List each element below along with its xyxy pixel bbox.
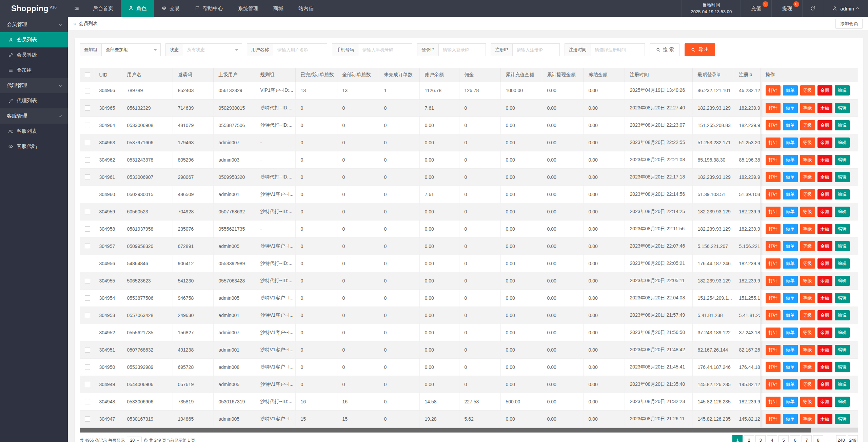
- action-order-button[interactable]: 做单: [783, 258, 798, 269]
- action-inject-button[interactable]: 打针: [766, 310, 781, 320]
- nav-item-trade[interactable]: 交易: [154, 0, 187, 17]
- action-balance-button[interactable]: 余额: [817, 172, 832, 182]
- action-level-button[interactable]: 等级: [800, 189, 815, 199]
- export-button[interactable]: 导 出: [685, 43, 715, 56]
- action-balance-button[interactable]: 余额: [817, 379, 832, 390]
- action-order-button[interactable]: 做单: [783, 345, 798, 355]
- action-order-button[interactable]: 做单: [783, 414, 798, 424]
- action-balance-button[interactable]: 余额: [817, 397, 832, 407]
- page-button-5[interactable]: 5: [778, 435, 789, 442]
- action-balance-button[interactable]: 余额: [817, 103, 832, 113]
- action-inject-button[interactable]: 打针: [766, 207, 781, 217]
- action-balance-button[interactable]: 余额: [817, 258, 832, 269]
- action-inject-button[interactable]: 打针: [766, 120, 781, 130]
- action-level-button[interactable]: 等级: [800, 414, 815, 424]
- page-button-6[interactable]: 6: [790, 435, 800, 442]
- select-all-checkbox[interactable]: [85, 72, 90, 78]
- action-level-button[interactable]: 等级: [800, 103, 815, 113]
- action-order-button[interactable]: 做单: [783, 155, 798, 165]
- action-edit-button[interactable]: 编辑: [835, 397, 850, 407]
- row-checkbox[interactable]: [85, 244, 90, 249]
- row-checkbox[interactable]: [85, 347, 90, 353]
- action-order-button[interactable]: 做单: [783, 397, 798, 407]
- action-edit-button[interactable]: 编辑: [835, 328, 850, 338]
- action-inject-button[interactable]: 打针: [766, 379, 781, 390]
- action-inject-button[interactable]: 打针: [766, 155, 781, 165]
- action-order-button[interactable]: 做单: [783, 241, 798, 251]
- phone-input[interactable]: [358, 43, 412, 56]
- nav-item-role[interactable]: 角色: [121, 0, 154, 17]
- action-inject-button[interactable]: 打针: [766, 397, 781, 407]
- action-level-button[interactable]: 等级: [800, 207, 815, 217]
- sidebar-item-member-list[interactable]: 会员列表: [0, 32, 68, 47]
- row-checkbox[interactable]: [85, 399, 90, 404]
- reg-ip-input[interactable]: [512, 43, 560, 56]
- action-edit-button[interactable]: 编辑: [835, 120, 850, 130]
- action-edit-button[interactable]: 编辑: [835, 207, 850, 217]
- action-inject-button[interactable]: 打针: [766, 258, 781, 269]
- action-balance-button[interactable]: 余额: [817, 138, 832, 148]
- row-checkbox[interactable]: [85, 174, 90, 180]
- page-button-249[interactable]: 249: [848, 435, 858, 442]
- nav-item-mall[interactable]: 商城: [266, 0, 291, 17]
- action-balance-button[interactable]: 余额: [817, 345, 832, 355]
- row-checkbox[interactable]: [85, 105, 90, 111]
- action-order-button[interactable]: 做单: [783, 293, 798, 303]
- action-level-button[interactable]: 等级: [800, 328, 815, 338]
- withdraw-menu-item[interactable]: 提现 0: [771, 0, 802, 17]
- action-inject-button[interactable]: 打针: [766, 276, 781, 286]
- action-inject-button[interactable]: 打针: [766, 362, 781, 372]
- action-order-button[interactable]: 做单: [783, 207, 798, 217]
- scrollbar-thumb[interactable]: [80, 428, 811, 433]
- sidebar-group-agent-management[interactable]: 代理管理: [0, 78, 68, 93]
- action-order-button[interactable]: 做单: [783, 172, 798, 182]
- page-button-8[interactable]: 8: [813, 435, 823, 442]
- nav-item-site-mail[interactable]: 站内信: [291, 0, 321, 17]
- row-checkbox[interactable]: [85, 157, 90, 163]
- username-input[interactable]: [273, 43, 327, 56]
- sidebar-item-service-code[interactable]: 客服代码: [0, 139, 68, 154]
- action-edit-button[interactable]: 编辑: [835, 310, 850, 320]
- action-level-button[interactable]: 等级: [800, 120, 815, 130]
- action-order-button[interactable]: 做单: [783, 310, 798, 320]
- action-balance-button[interactable]: 余额: [817, 310, 832, 320]
- row-checkbox[interactable]: [85, 226, 90, 232]
- action-level-button[interactable]: 等级: [800, 85, 815, 96]
- add-member-button[interactable]: 添加会员: [835, 19, 863, 29]
- action-edit-button[interactable]: 编辑: [835, 155, 850, 165]
- action-level-button[interactable]: 等级: [800, 293, 815, 303]
- row-checkbox[interactable]: [85, 261, 90, 266]
- search-button[interactable]: 搜 索: [650, 43, 680, 56]
- action-inject-button[interactable]: 打针: [766, 328, 781, 338]
- action-edit-button[interactable]: 编辑: [835, 241, 850, 251]
- action-inject-button[interactable]: 打针: [766, 172, 781, 182]
- action-balance-button[interactable]: 余额: [817, 414, 832, 424]
- action-edit-button[interactable]: 编辑: [835, 362, 850, 372]
- action-edit-button[interactable]: 编辑: [835, 276, 850, 286]
- action-order-button[interactable]: 做单: [783, 103, 798, 113]
- page-button-3[interactable]: 3: [755, 435, 766, 442]
- action-level-button[interactable]: 等级: [800, 310, 815, 320]
- action-inject-button[interactable]: 打针: [766, 103, 781, 113]
- action-order-button[interactable]: 做单: [783, 276, 798, 286]
- row-checkbox[interactable]: [85, 416, 90, 422]
- action-level-button[interactable]: 等级: [800, 172, 815, 182]
- row-checkbox[interactable]: [85, 209, 90, 214]
- action-order-button[interactable]: 做单: [783, 189, 798, 199]
- action-level-button[interactable]: 等级: [800, 397, 815, 407]
- action-edit-button[interactable]: 编辑: [835, 189, 850, 199]
- action-level-button[interactable]: 等级: [800, 345, 815, 355]
- row-checkbox[interactable]: [85, 313, 90, 318]
- status-select[interactable]: 所有状态: [183, 43, 242, 56]
- nav-item-dashboard[interactable]: 后台首页: [85, 0, 121, 17]
- action-level-button[interactable]: 等级: [800, 258, 815, 269]
- action-edit-button[interactable]: 编辑: [835, 293, 850, 303]
- action-order-button[interactable]: 做单: [783, 138, 798, 148]
- action-inject-button[interactable]: 打针: [766, 414, 781, 424]
- action-balance-button[interactable]: 余额: [817, 328, 832, 338]
- page-button-1[interactable]: 1: [732, 435, 743, 442]
- row-checkbox[interactable]: [85, 382, 90, 387]
- action-balance-button[interactable]: 余额: [817, 207, 832, 217]
- action-inject-button[interactable]: 打针: [766, 224, 781, 234]
- login-ip-input[interactable]: [438, 43, 486, 56]
